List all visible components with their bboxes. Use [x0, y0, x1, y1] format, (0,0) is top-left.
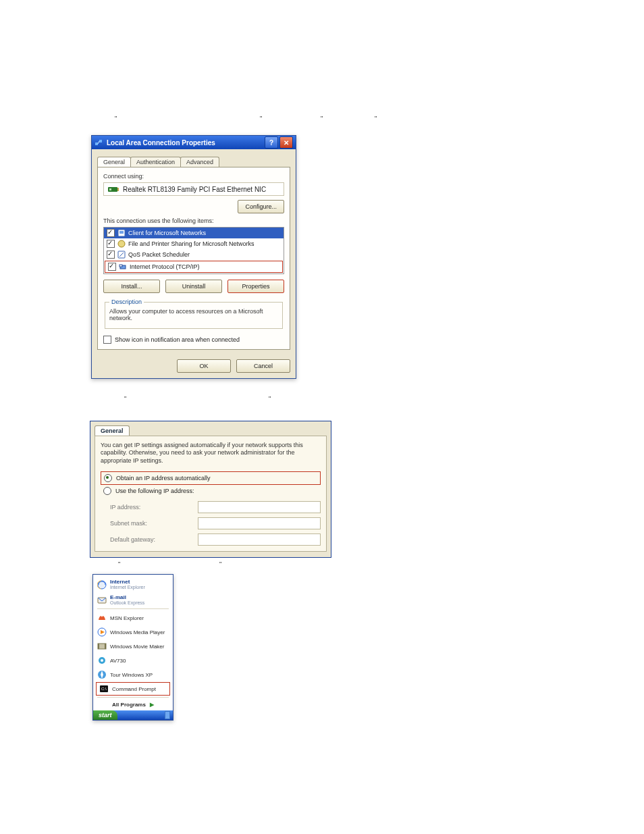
start-item-movie-maker[interactable]: Windows Movie Maker: [93, 639, 173, 653]
ip-radio-group: Obtain an IP address automatically Use t…: [101, 471, 321, 497]
protocol-icon: [119, 263, 127, 271]
uninstall-button[interactable]: Uninstall: [165, 280, 222, 293]
tab-general[interactable]: General: [95, 425, 130, 436]
item-qos-scheduler[interactable]: QoS Packet Scheduler: [104, 249, 284, 260]
caption-quote-1b: ": [260, 115, 262, 122]
nic-icon: [108, 185, 119, 193]
ip-address-field[interactable]: [198, 501, 321, 513]
start-item-msn[interactable]: MSN Explorer: [93, 610, 173, 625]
start-item-label: Windows Media Player: [110, 629, 165, 635]
radio-label: Obtain an IP address automatically: [116, 475, 210, 481]
ok-button[interactable]: OK: [177, 359, 231, 373]
start-item-email[interactable]: E-mail Outlook Express: [93, 592, 173, 608]
description-fieldset: Description Allows your computer to acce…: [105, 298, 283, 329]
properties-button[interactable]: Properties: [227, 280, 284, 293]
caption-quote-1c: ": [321, 115, 323, 122]
caption-quote-1d: ": [375, 115, 377, 122]
start-item-label: Tour Windows XP: [110, 672, 153, 678]
start-item-tour[interactable]: Tour Windows XP: [93, 667, 173, 681]
checkbox-icon[interactable]: [107, 229, 115, 237]
sharing-icon: [117, 240, 126, 248]
svg-rect-1: [99, 140, 102, 142]
help-button[interactable]: ?: [265, 136, 278, 149]
caption-quote-2a: ": [124, 395, 126, 402]
caption-quote-3b: ": [219, 561, 221, 567]
gateway-label: Default gateway:: [101, 536, 198, 543]
close-button[interactable]: ✕: [279, 136, 293, 149]
svg-point-19: [101, 659, 103, 662]
svg-rect-10: [119, 265, 122, 267]
dialog-title: Local Area Connection Properties: [107, 139, 215, 147]
start-item-main: Internet: [110, 579, 145, 585]
svg-rect-16: [98, 644, 99, 649]
item-buttons: Install... Uninstall Properties: [103, 280, 284, 293]
svg-rect-17: [105, 644, 106, 649]
item-client-ms-networks[interactable]: Client for Microsoft Networks: [104, 228, 284, 238]
radio-label: Use the following IP address:: [115, 488, 194, 494]
tray-item: [165, 711, 170, 719]
all-programs[interactable]: All Programs ▶: [93, 699, 173, 710]
connection-icon: [95, 138, 103, 147]
checkbox-icon[interactable]: [103, 336, 111, 344]
radio-obtain-auto[interactable]: Obtain an IP address automatically: [101, 471, 321, 485]
gateway-field[interactable]: [198, 533, 321, 546]
start-item-sub: Outlook Express: [110, 600, 144, 606]
checkbox-icon[interactable]: [107, 240, 115, 248]
arrow-right-icon: ▶: [150, 702, 154, 708]
tcpip-properties-dialog: General You can get IP settings assigned…: [90, 421, 331, 558]
configure-button[interactable]: Configure...: [238, 200, 284, 213]
uses-items-label: This connection uses the following items…: [103, 217, 284, 224]
item-label: QoS Packet Scheduler: [128, 251, 190, 258]
tabs: General Authentication Advanced: [97, 155, 290, 167]
svg-point-7: [118, 240, 125, 247]
outlook-icon: [97, 596, 107, 605]
start-item-wmp[interactable]: Windows Media Player: [93, 625, 173, 639]
install-button[interactable]: Install...: [103, 280, 160, 293]
qos-icon: [117, 251, 126, 259]
show-icon-label: Show icon in notification area when conn…: [115, 336, 240, 343]
tour-icon: [97, 670, 107, 679]
tab-general[interactable]: General: [97, 157, 131, 167]
ie-icon: [97, 580, 107, 590]
start-item-sub: Internet Explorer: [110, 585, 145, 590]
divider: [97, 608, 169, 609]
start-item-label: AV730: [110, 658, 126, 664]
tab-authentication[interactable]: Authentication: [130, 157, 181, 167]
tcpip-description: You can get IP settings assigned automat…: [101, 442, 321, 465]
gateway-row: Default gateway:: [101, 533, 321, 546]
all-programs-label: All Programs: [112, 702, 146, 708]
checkbox-icon[interactable]: [107, 251, 115, 259]
start-item-command-prompt[interactable]: C:\ Command Prompt: [96, 682, 170, 696]
checkbox-icon[interactable]: [108, 263, 116, 271]
movie-maker-icon: [97, 642, 107, 651]
start-item-label: MSN Explorer: [110, 615, 144, 621]
svg-point-11: [98, 581, 106, 589]
subnet-label: Subnet mask:: [101, 520, 198, 527]
radio-use-following[interactable]: Use the following IP address:: [101, 485, 321, 497]
adapter-name: Realtek RTL8139 Family PCI Fast Ethernet…: [123, 186, 266, 193]
connect-using-label: Connect using:: [103, 173, 284, 180]
radio-icon: [103, 487, 111, 495]
items-listbox[interactable]: Client for Microsoft Networks File and P…: [103, 227, 284, 274]
start-item-label: Command Prompt: [112, 686, 156, 692]
app-icon: [97, 656, 107, 665]
start-button[interactable]: start: [93, 710, 117, 720]
msn-icon: [97, 613, 107, 623]
cancel-button[interactable]: Cancel: [236, 359, 290, 373]
item-file-printer-sharing[interactable]: File and Printer Sharing for Microsoft N…: [104, 238, 284, 249]
subnet-field[interactable]: [198, 517, 321, 529]
titlebar[interactable]: Local Area Connection Properties ? ✕: [92, 136, 296, 149]
item-label: File and Printer Sharing for Microsoft N…: [128, 240, 254, 247]
start-item-av730[interactable]: AV730: [93, 653, 173, 667]
show-icon-checkbox-row[interactable]: Show icon in notification area when conn…: [103, 336, 284, 344]
description-legend: Description: [109, 298, 144, 305]
item-tcpip[interactable]: Internet Protocol (TCP/IP): [105, 261, 283, 273]
subnet-row: Subnet mask:: [101, 517, 321, 529]
tab-advanced[interactable]: Advanced: [180, 157, 219, 167]
radio-icon: [104, 474, 112, 482]
svg-text:C:\: C:\: [101, 687, 107, 691]
start-item-internet[interactable]: Internet Internet Explorer: [93, 577, 173, 592]
start-item-main: E-mail: [110, 595, 144, 600]
caption-quote-2b: ": [269, 395, 271, 402]
tcpip-general-panel: You can get IP settings assigned automat…: [95, 436, 327, 552]
